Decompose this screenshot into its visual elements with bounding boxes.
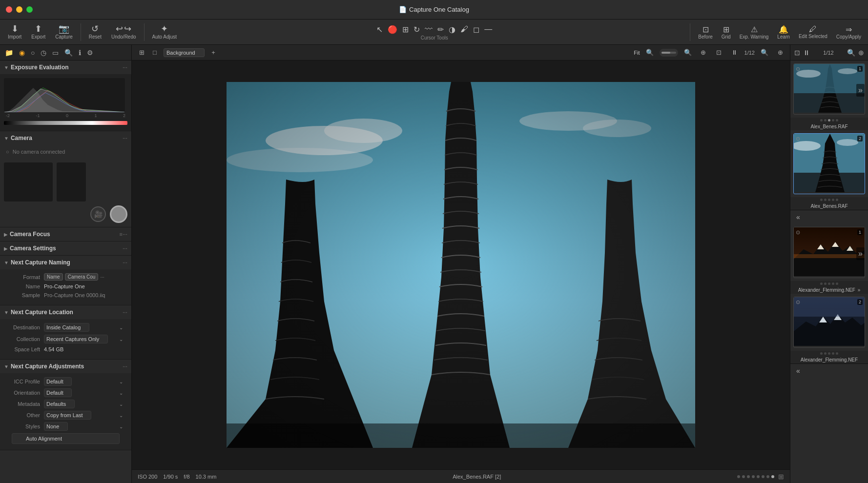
thumb-4-dot-5[interactable] [836, 352, 838, 355]
dot-2[interactable] [742, 475, 745, 478]
format-tag-counter[interactable]: Camera Cou [65, 273, 99, 281]
exposure-menu-icon[interactable]: ··· [123, 64, 127, 71]
close-button[interactable] [6, 6, 12, 13]
thumb-4-dot-3[interactable] [828, 352, 830, 355]
thumb-3-dot-2[interactable] [824, 282, 827, 285]
undoredo-button[interactable]: ↩↪ Undo/Redo [107, 22, 140, 41]
thumb-3-dot-3[interactable] [828, 282, 830, 285]
before-button[interactable]: ⊡ Before [695, 24, 715, 40]
thumb-2-dot-2[interactable] [824, 199, 827, 201]
multi-view-btn[interactable]: ⊞ [136, 47, 147, 59]
thumb-4-dot-4[interactable] [832, 352, 834, 355]
record-button[interactable]: 🎥 [90, 206, 106, 222]
rotate-tool-icon[interactable]: ↻ [412, 24, 421, 35]
grid-button[interactable]: ⊞ Grid [719, 24, 734, 40]
thumb-1-dot-4[interactable] [832, 119, 834, 121]
export-button[interactable]: ⬆ Export [27, 22, 49, 41]
camera-header[interactable]: ▼ Camera ··· [0, 131, 131, 145]
prev-arrow-2[interactable]: « [794, 366, 802, 376]
thumb-4-dot-1[interactable] [820, 352, 823, 355]
copy-apply-button[interactable]: ⇒ Copy/Apply [833, 24, 864, 40]
camera-menu-icon[interactable]: ··· [123, 135, 127, 141]
adjustments-menu-icon[interactable]: ··· [123, 363, 127, 370]
thumbnail-item-2[interactable]: 2 ⊙ [793, 133, 865, 194]
clone-tool-icon[interactable]: — [483, 24, 494, 35]
liquify-tool-icon[interactable]: 〰 [423, 24, 434, 35]
battery-icon[interactable]: ▭ [51, 48, 60, 58]
camera-focus-menu-icon[interactable]: ··· [123, 231, 127, 238]
camera-settings-header[interactable]: ▶ Camera Settings ··· [0, 242, 131, 255]
settings-icon[interactable]: ⚙ [86, 48, 94, 58]
thumb-4-dot-2[interactable] [824, 352, 827, 355]
icc-profile-select[interactable]: Default [44, 377, 72, 386]
thumbnail-item-1[interactable]: 1 ⊙ » [793, 63, 865, 115]
folder-icon[interactable]: 📁 [4, 48, 14, 58]
thumb-1-expand[interactable]: » [856, 84, 865, 97]
view-options-icon[interactable]: ⊡ [794, 49, 800, 57]
capture-mode-icon[interactable]: ○ [30, 48, 36, 58]
next-capture-adjustments-header[interactable]: ▼ Next Capture Adjustments ··· [0, 360, 131, 373]
thumb-1-dot-5[interactable] [836, 119, 838, 121]
exp-warning-button[interactable]: ⚠ Exp. Warning [737, 24, 772, 40]
collection-select[interactable]: Recent Captures Only [44, 335, 108, 343]
single-view-btn[interactable]: □ [149, 47, 161, 59]
thumb-2-dot-1[interactable] [820, 199, 823, 201]
learn-button[interactable]: 🔔 Learn [774, 24, 793, 40]
right-add-icon[interactable]: ⊕ [858, 49, 864, 57]
prev-arrow-1[interactable]: « [794, 212, 802, 222]
pen-tool-icon[interactable]: ✏ [436, 24, 445, 35]
next-capture-location-header[interactable]: ▼ Next Capture Location ··· [0, 305, 131, 319]
thumb-3-dot-5[interactable] [836, 282, 838, 285]
background-selector[interactable]: Background [164, 48, 205, 57]
exposure-evaluation-header[interactable]: ▼ Exposure Evaluation ··· [0, 60, 131, 74]
overlay-btn[interactable]: ⊡ [713, 47, 725, 59]
format-tag-more[interactable]: ... [100, 273, 104, 281]
timer-icon[interactable]: ◷ [40, 48, 47, 58]
orientation-select[interactable]: Default [44, 388, 72, 397]
page-options-btn[interactable]: ⊕ [774, 47, 786, 59]
erase-tool-icon[interactable]: ◻ [472, 24, 481, 35]
info-icon[interactable]: ℹ [78, 48, 82, 58]
thumb-1-dot-3[interactable] [828, 119, 830, 121]
add-layer-btn[interactable]: + [207, 47, 219, 59]
dot-7[interactable] [766, 475, 769, 478]
thumb-3-expand[interactable]: » [856, 247, 865, 260]
thumb-2-dot-5[interactable] [836, 199, 838, 201]
thumb-3-dot-4[interactable] [832, 282, 834, 285]
thumb-2-dot-3[interactable] [828, 199, 830, 201]
minimize-button[interactable] [16, 6, 22, 13]
window-controls[interactable] [6, 6, 33, 13]
shutter-button[interactable] [110, 205, 127, 223]
thumbnail-item-4[interactable]: 2 ⊙ [793, 297, 865, 348]
maximize-button[interactable] [26, 6, 33, 13]
next-capture-naming-header[interactable]: ▼ Next Capture Naming ··· [0, 256, 131, 269]
camera-focus-header[interactable]: ▶ Camera Focus ≡ ··· [0, 227, 131, 241]
metadata-select[interactable]: Defaults [44, 400, 75, 408]
thumb-2-dot-4[interactable] [832, 199, 834, 201]
pause-icon[interactable]: ⏸ [803, 49, 810, 57]
thumb-3-dot-1[interactable] [820, 282, 823, 285]
dot-3[interactable] [747, 475, 750, 478]
reset-button[interactable]: ↺ Reset [85, 22, 105, 41]
tethering-icon[interactable]: ◉ [18, 48, 26, 58]
capture-button[interactable]: 📷 Capture [51, 22, 77, 41]
pause-btn[interactable]: ⏸ [729, 47, 741, 59]
dot-8[interactable] [771, 475, 774, 478]
dot-1[interactable] [737, 475, 740, 478]
search-btn[interactable]: 🔍 [682, 47, 694, 59]
dot-4[interactable] [752, 475, 755, 478]
naming-menu-icon[interactable]: ··· [123, 259, 127, 266]
spot-removal-icon[interactable]: 🔴 [386, 24, 399, 35]
brush-tool-icon[interactable]: 🖌 [459, 24, 470, 35]
destination-select[interactable]: Inside Catalog [44, 323, 89, 332]
thumb-1-dot-2[interactable] [824, 119, 827, 121]
select-tool-icon[interactable]: ↖ [375, 24, 384, 35]
styles-select[interactable]: None [44, 422, 68, 431]
viewer-search-btn[interactable]: ⊕ [698, 47, 709, 59]
auto-adjust-button[interactable]: ✦ Auto Adjust [148, 22, 181, 41]
crop-tool-icon[interactable]: ⊞ [401, 24, 410, 35]
search-icon[interactable]: 🔍 [63, 48, 74, 58]
import-button[interactable]: ⬇ Import [4, 22, 25, 41]
thumbnail-item-3[interactable]: 1 ⊙ » [793, 227, 865, 278]
camera-settings-menu-icon[interactable]: ··· [123, 245, 127, 252]
